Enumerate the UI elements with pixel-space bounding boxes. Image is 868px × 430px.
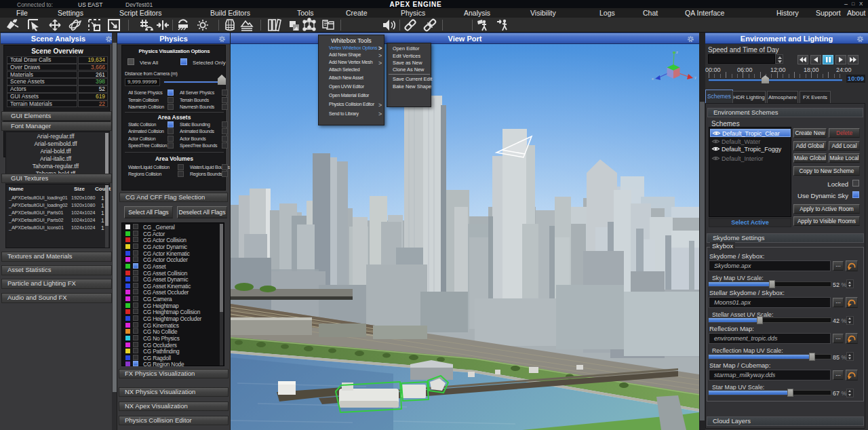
svg-text:x: x xyxy=(652,77,654,81)
svg-text:y: y xyxy=(694,75,696,79)
svg-text:z: z xyxy=(676,50,678,54)
